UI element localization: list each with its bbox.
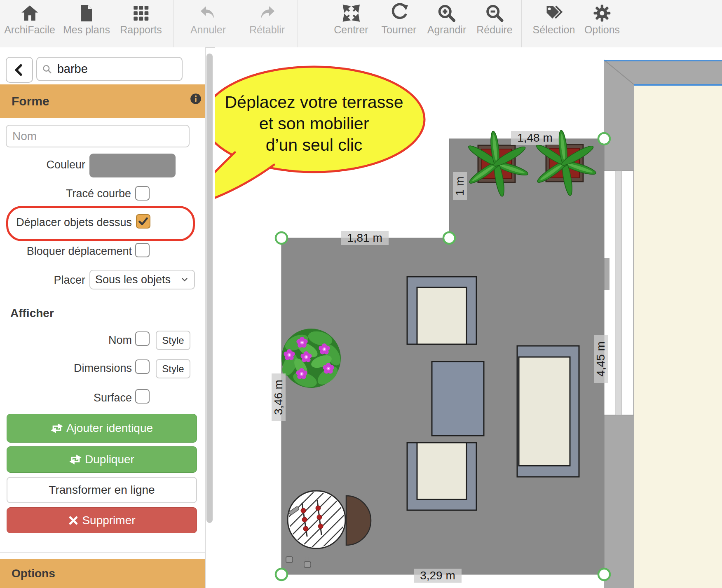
gear-icon	[592, 3, 612, 23]
tutorial-speech-bubble: Déplacez votre terrasse et son mobilier …	[215, 67, 424, 208]
duplicate-button[interactable]: Dupliquer	[7, 446, 197, 473]
duplicate-label: Dupliquer	[85, 453, 134, 466]
toolbar-item-label: Annuler	[190, 24, 226, 36]
style-button-label: Style	[162, 363, 184, 375]
vertex-handle[interactable]	[598, 133, 610, 145]
divider	[0, 552, 205, 553]
svg-text:3,46 m: 3,46 m	[272, 380, 285, 415]
check-icon	[137, 215, 150, 228]
delete-label: Supprimer	[82, 514, 135, 527]
afficher-nom-label: Nom	[108, 334, 132, 347]
deplacer-objets-label: Déplacer objets dessus	[16, 216, 132, 229]
toolbar-item-label: Réduire	[476, 24, 513, 36]
armchair[interactable]	[407, 277, 476, 344]
options-section-header[interactable]: Options	[0, 559, 205, 588]
forme-section-header: Forme	[0, 84, 205, 118]
afficher-nom-checkbox[interactable]	[135, 331, 150, 346]
lounge-chair[interactable]	[517, 346, 579, 477]
window[interactable]	[604, 171, 634, 415]
vertex-handle[interactable]	[276, 569, 287, 580]
bloquer-deplacement-label: Bloquer déplacement	[27, 245, 132, 258]
rotate-icon	[389, 3, 409, 23]
toolbar-item-label: Tourner	[382, 24, 417, 36]
chevron-down-icon	[180, 275, 189, 284]
toolbar-item-label: Mes plans	[63, 24, 110, 36]
transform-to-line-button[interactable]: Transformer en ligne	[7, 477, 197, 503]
grid-icon	[131, 3, 151, 23]
toolbar-item-label: Sélection	[533, 24, 575, 36]
svg-text:3,29 m: 3,29 m	[420, 569, 455, 582]
vertex-handle[interactable]	[443, 232, 455, 244]
repeat-icon	[69, 453, 82, 466]
afficher-surface-checkbox[interactable]	[135, 389, 150, 404]
afficher-dimensions-checkbox[interactable]	[135, 359, 150, 374]
bubble-text-line3: d’un seul clic	[266, 135, 363, 154]
repeat-icon	[51, 422, 63, 434]
toolbar-item-center[interactable]: Centrer	[334, 3, 368, 36]
vertex-handle[interactable]	[276, 232, 287, 244]
toolbar-item-options[interactable]: Options	[584, 3, 620, 36]
dimension-label: 3,46 m	[272, 373, 286, 421]
redo-icon	[257, 3, 277, 23]
tag-icon	[544, 3, 564, 23]
zoom-in-icon	[437, 3, 457, 23]
svg-text:4,45 m: 4,45 m	[594, 341, 607, 377]
toolbar-item-label: Centrer	[334, 24, 368, 36]
placer-select[interactable]: Sous les objets	[89, 270, 195, 289]
toolbar-item-undo[interactable]: Annuler	[190, 3, 226, 36]
bubble-text-line1: Déplacez votre terrasse	[225, 93, 403, 112]
sidebar-panel: Forme Couleur Tracé courbe Déplacer obje…	[0, 47, 206, 588]
dimension-label: 1 m	[453, 172, 467, 200]
building-wall[interactable]	[604, 60, 722, 588]
interior-floor	[634, 84, 722, 588]
deplacer-objets-checkbox[interactable]	[136, 214, 150, 229]
afficher-dimensions-label: Dimensions	[74, 362, 132, 375]
afficher-surface-label: Surface	[94, 392, 132, 404]
bloquer-deplacement-checkbox[interactable]	[135, 243, 150, 257]
couleur-label: Couleur	[46, 159, 85, 171]
toolbar-item-my-plans[interactable]: Mes plans	[63, 3, 110, 36]
color-swatch[interactable]	[89, 154, 176, 177]
transform-to-line-label: Transformer en ligne	[49, 483, 155, 497]
style-button-label: Style	[162, 335, 184, 346]
plan-canvas[interactable]: 1,48 m 1 m 1,81 m 3,46 m 4,45 m 3,29 m D…	[215, 47, 722, 588]
back-button[interactable]	[6, 57, 33, 83]
search-icon	[42, 63, 52, 75]
toolbar-item-label: Rétablir	[249, 24, 285, 36]
toolbar-item-label: ArchiFacile	[4, 24, 55, 36]
toolbar-item-zoom-in[interactable]: Agrandir	[427, 3, 466, 36]
toolbar-item-rotate[interactable]: Tourner	[382, 3, 417, 36]
search-box[interactable]	[36, 57, 183, 81]
trace-courbe-checkbox[interactable]	[135, 186, 150, 201]
delete-button[interactable]: Supprimer	[7, 507, 197, 533]
bubble-text-line2: et son mobilier	[259, 114, 369, 133]
toolbar-item-reports[interactable]: Rapports	[120, 3, 162, 36]
options-section-title: Options	[12, 567, 55, 580]
add-identical-button[interactable]: Ajouter identique	[7, 414, 197, 443]
toolbar-item-label: Rapports	[120, 24, 162, 36]
toolbar-item-zoom-out[interactable]: Réduire	[476, 3, 513, 36]
table[interactable]	[432, 362, 484, 436]
toolbar-separator	[173, 0, 173, 47]
add-identical-label: Ajouter identique	[66, 422, 153, 435]
zoom-out-icon	[485, 3, 504, 23]
trace-courbe-label: Tracé courbe	[66, 187, 131, 200]
placer-label: Placer	[54, 274, 85, 287]
nom-style-button[interactable]: Style	[156, 331, 190, 350]
vertex-handle[interactable]	[598, 569, 610, 580]
armchair[interactable]	[407, 443, 476, 510]
svg-text:1,48 m: 1,48 m	[517, 131, 553, 144]
afficher-section-title: Afficher	[10, 307, 54, 320]
undo-icon	[198, 3, 218, 23]
center-expand-icon	[341, 3, 361, 23]
sidebar-scrollbar[interactable]	[206, 54, 213, 523]
toolbar-item-redo[interactable]: Rétablir	[249, 3, 285, 36]
search-input[interactable]	[56, 62, 177, 76]
chevron-left-icon	[13, 63, 26, 77]
toolbar-item-selection[interactable]: Sélection	[533, 3, 575, 36]
toolbar-item-label: Options	[584, 24, 620, 36]
info-icon[interactable]	[190, 93, 202, 106]
dimensions-style-button[interactable]: Style	[156, 359, 190, 378]
name-field[interactable]	[6, 125, 190, 147]
toolbar-item-home[interactable]: ArchiFacile	[4, 3, 55, 36]
